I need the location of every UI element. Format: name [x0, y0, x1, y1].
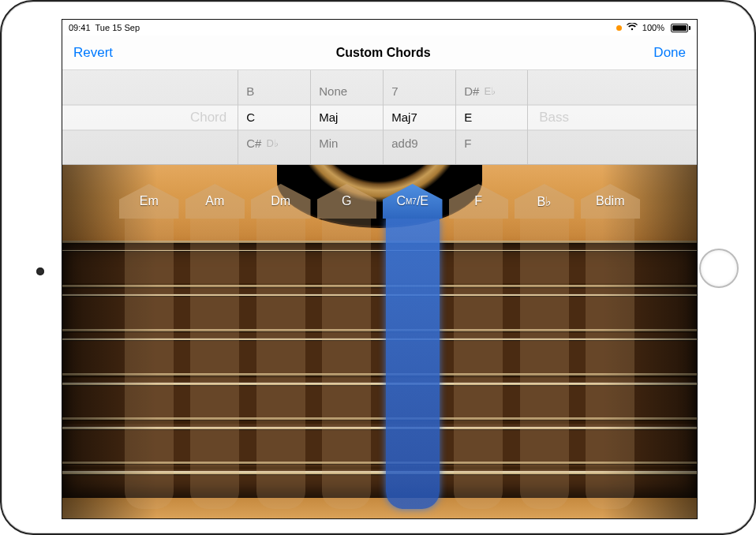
picker-col-extension[interactable]: 7 Maj7 add9	[383, 70, 455, 164]
chord-strip[interactable]: CM7/E	[383, 184, 443, 509]
chord-strip-label: Bdim	[581, 184, 641, 219]
picker-col-root[interactable]: B C C#D♭	[238, 70, 310, 164]
chord-strip-body[interactable]	[125, 219, 174, 509]
ipad-frame: 09:41 Tue 15 Sep 100% Revert Custom Chor…	[0, 0, 756, 535]
chord-strip-label: Dm	[251, 184, 311, 219]
recording-indicator-icon	[616, 25, 622, 31]
chord-strip-body[interactable]	[520, 219, 569, 509]
guitar-area: EmAmDmGCM7/EFB♭Bdim	[62, 165, 697, 519]
chord-strip-label: Em	[119, 184, 179, 219]
chord-strips: EmAmDmGCM7/EFB♭Bdim	[62, 184, 697, 509]
status-time: 09:41	[69, 23, 91, 32]
navbar: Revert Custom Chords Done	[62, 36, 697, 70]
battery-icon	[669, 24, 691, 32]
page-title: Custom Chords	[336, 46, 431, 60]
chord-strip[interactable]: Am	[185, 184, 245, 509]
chord-strip-label: CM7/E	[383, 184, 443, 219]
picker-label-bass: Bass	[528, 110, 580, 125]
chord-strip[interactable]: Em	[119, 184, 179, 509]
screen: 09:41 Tue 15 Sep 100% Revert Custom Chor…	[62, 19, 698, 519]
chord-strip-label: B♭	[515, 184, 574, 219]
battery-percent: 100%	[642, 23, 664, 32]
chord-strip-label: Am	[185, 184, 245, 219]
chord-strip[interactable]: Dm	[251, 184, 311, 509]
status-date: Tue 15 Sep	[95, 23, 140, 32]
front-camera	[36, 268, 44, 275]
chord-strip[interactable]: Bdim	[581, 184, 641, 509]
home-button[interactable]	[699, 249, 739, 288]
chord-strip-body[interactable]	[256, 219, 305, 509]
chord-strip[interactable]: G	[317, 184, 377, 509]
chord-strip-label: G	[317, 184, 377, 219]
picker-col-bass[interactable]: D#E♭ E F	[455, 70, 528, 164]
picker-col-quality[interactable]: None Maj Min	[310, 70, 383, 164]
chord-strip-label: F	[449, 184, 509, 219]
chord-strip-body[interactable]	[190, 219, 239, 509]
chord-strip-body[interactable]	[322, 219, 371, 509]
chord-strip-body[interactable]	[386, 219, 440, 509]
chord-strip-body[interactable]	[586, 219, 634, 509]
chord-picker: Chord B C C#D♭ None Maj Min 7 Maj7	[62, 70, 697, 165]
revert-button[interactable]: Revert	[73, 45, 113, 61]
picker-label-chord: Chord	[179, 110, 238, 125]
chord-strip-body[interactable]	[454, 219, 503, 509]
status-bar: 09:41 Tue 15 Sep 100%	[62, 20, 697, 36]
wifi-icon	[627, 23, 638, 32]
done-button[interactable]: Done	[653, 45, 686, 61]
chord-strip[interactable]: F	[449, 184, 509, 509]
chord-strip[interactable]: B♭	[515, 184, 574, 509]
